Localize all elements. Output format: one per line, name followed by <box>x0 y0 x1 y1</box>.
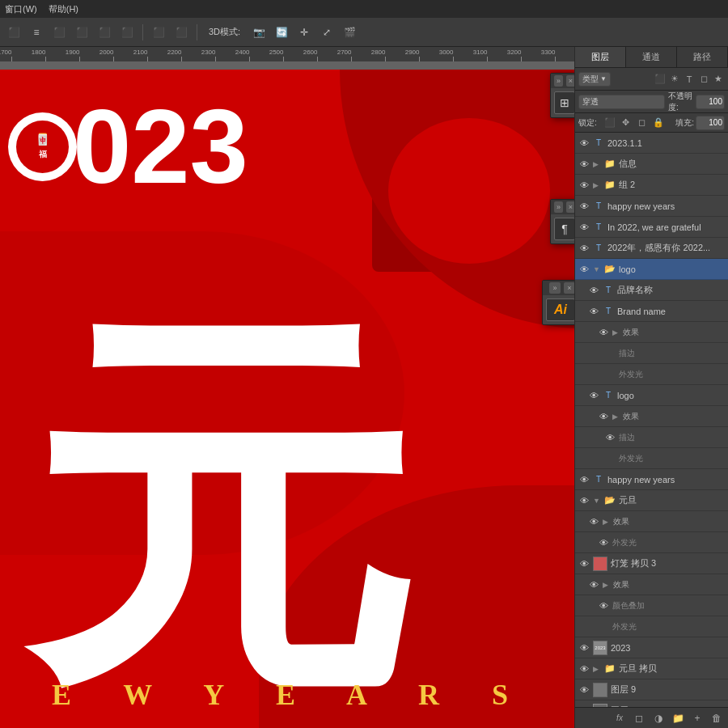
layer-item-lantern-glow[interactable]: 外发光 <box>575 616 728 637</box>
layer-item-2023-1-1[interactable]: 👁 T 2023.1.1 <box>575 133 728 154</box>
layer-item-brand-stroke[interactable]: 描边 <box>575 343 728 364</box>
align-bottom-icon[interactable]: ⬛ <box>118 23 136 41</box>
layer-item-brand-en[interactable]: 👁 T Brand name <box>575 301 728 322</box>
layer-visibility-yuandan-effects[interactable]: 👁 <box>588 516 599 527</box>
lock-artboard-icon[interactable]: ◻ <box>636 116 649 129</box>
layer-visibility-logo-text[interactable]: 👁 <box>588 390 599 401</box>
layer-item-yuandan-copy[interactable]: 👁 ▶ 📁 元旦 拷贝 <box>575 658 728 679</box>
float-panel-1-icon[interactable]: ⊞ <box>554 91 574 114</box>
dist-h-icon[interactable]: ⬛ <box>150 23 167 41</box>
filter-shape-icon[interactable]: ◻ <box>697 73 710 86</box>
tab-layers[interactable]: 图层 <box>575 47 626 67</box>
layer-visibility-group2[interactable]: 👁 <box>578 180 590 191</box>
layer-item-happy-new-years-2[interactable]: 👁 T happy new years <box>575 469 728 490</box>
layer-visibility-logo-effects[interactable]: 👁 <box>598 411 609 422</box>
layer-visibility-brand-effects[interactable]: 👁 <box>598 327 609 338</box>
filter-text-icon[interactable]: T <box>683 73 696 86</box>
layer-visibility-happy-1[interactable]: 👁 <box>578 201 590 212</box>
align-middle-v-icon[interactable]: ⬛ <box>95 23 113 41</box>
layer-visibility-logo-stroke[interactable]: 👁 <box>604 432 616 443</box>
layer-item-lantern-copy3[interactable]: 👁 灯笼 拷贝 3 <box>575 553 728 574</box>
layer-visibility-logo-group[interactable]: 👁 <box>578 264 590 275</box>
toolbar-3d-scale-icon[interactable]: ⤢ <box>318 23 336 41</box>
layer-visibility-yuandan-glow[interactable]: 👁 <box>598 537 609 548</box>
effects-arrow-yuandan[interactable]: ▶ <box>603 518 608 526</box>
new-layer-button[interactable]: + <box>689 710 705 726</box>
tab-paths[interactable]: 路径 <box>677 47 728 67</box>
layer-visibility-yuandan[interactable]: 👁 <box>578 495 590 506</box>
layer-item-brand-effects[interactable]: 👁 ▶ 效果 <box>575 322 728 343</box>
search-type-dropdown[interactable]: 类型 ▼ <box>578 72 611 87</box>
layer-visibility-in2022[interactable]: 👁 <box>578 222 590 233</box>
effects-arrow-lantern[interactable]: ▶ <box>603 581 608 589</box>
layer-item-lantern-color[interactable]: 👁 颜色叠加 <box>575 595 728 616</box>
filter-smart-icon[interactable]: ★ <box>712 73 725 86</box>
float-panel-2-close[interactable]: × <box>566 201 574 213</box>
toolbar-3d-rotate-icon[interactable]: 🔄 <box>273 23 290 41</box>
layer-item-logo-text[interactable]: 👁 T logo <box>575 385 728 406</box>
layer-item-yuandan[interactable]: 👁 ▼ 📂 元旦 <box>575 490 728 511</box>
lock-pixel-icon[interactable]: ⬛ <box>603 116 616 129</box>
layer-item-logo-effects[interactable]: 👁 ▶ 效果 <box>575 406 728 427</box>
layer-visibility-brand-cn[interactable]: 👁 <box>588 285 599 296</box>
blend-mode-dropdown[interactable]: 穿透 <box>578 95 665 109</box>
toolbar-video-icon[interactable]: 🎬 <box>341 23 358 41</box>
layer-item-logo-stroke[interactable]: 👁 描边 <box>575 427 728 448</box>
align-right-icon[interactable]: ⬛ <box>50 23 68 41</box>
align-top-icon[interactable]: ⬛ <box>73 23 91 41</box>
layer-visibility-lantern-color[interactable]: 👁 <box>598 600 609 612</box>
fill-input[interactable] <box>696 116 725 130</box>
float-panel-2-icon[interactable]: ¶ <box>554 218 574 240</box>
toolbar-camera-icon[interactable]: 📷 <box>250 23 268 41</box>
lock-position-icon[interactable]: ✥ <box>620 116 633 129</box>
float-panel-1-expand[interactable]: » <box>554 75 563 87</box>
layer-item-happy-new-years-1[interactable]: 👁 T happy new years <box>575 196 728 217</box>
layer-expand-logo[interactable]: ▼ <box>593 265 601 273</box>
effects-arrow-logo[interactable]: ▶ <box>612 413 618 421</box>
menu-window[interactable]: 窗口(W) <box>5 3 37 15</box>
lock-all-icon[interactable]: 🔒 <box>652 116 665 129</box>
float-panel-1-close[interactable]: × <box>566 75 574 87</box>
layer-expand-yuandan[interactable]: ▼ <box>593 497 601 505</box>
float-panel-2-expand[interactable]: » <box>554 201 563 213</box>
layer-visibility-2023-1-1[interactable]: 👁 <box>578 138 590 149</box>
layer-item-2023b[interactable]: 👁 2023 2023 <box>575 637 728 658</box>
layer-item-yuandan-glow[interactable]: 👁 外发光 <box>575 532 728 553</box>
layer-expand-yuandan-copy[interactable]: ▶ <box>593 665 601 673</box>
align-center-h-icon[interactable]: ≡ <box>28 23 45 41</box>
layer-visibility-lantern-effects[interactable]: 👁 <box>588 579 599 590</box>
layer-item-in-2022[interactable]: 👁 T In 2022, we are grateful <box>575 217 728 238</box>
layer-expand-group2[interactable]: ▶ <box>593 181 601 189</box>
fx-button[interactable]: fx <box>612 710 628 726</box>
align-left-icon[interactable]: ⬛ <box>5 23 23 41</box>
layer-item-yuandan-effects[interactable]: 👁 ▶ 效果 <box>575 511 728 532</box>
layer-item-group2[interactable]: 👁 ▶ 📁 组 2 <box>575 175 728 196</box>
add-mask-button[interactable]: ◻ <box>631 710 647 726</box>
layer-item-logo-glow[interactable]: 外发光 <box>575 448 728 469</box>
layer-item-layer8[interactable]: 👁 图层 8 <box>575 700 728 707</box>
new-group-button[interactable]: 📁 <box>670 710 686 726</box>
layer-visibility-brand-en[interactable]: 👁 <box>588 306 599 317</box>
layer-expand-info[interactable]: ▶ <box>593 160 601 168</box>
dist-v-icon[interactable]: ⬛ <box>172 23 190 41</box>
layer-item-2022-cn[interactable]: 👁 T 2022年，感恩有你 2022... <box>575 238 728 259</box>
layer-item-brand-glow[interactable]: 外发光 <box>575 364 728 385</box>
new-adjustment-button[interactable]: ◑ <box>650 710 667 726</box>
layer-item-layer9[interactable]: 👁 图层 9 <box>575 679 728 700</box>
tab-channels[interactable]: 通道 <box>626 47 677 67</box>
float-panel-3-icon[interactable]: Ai <box>546 298 574 321</box>
layer-visibility-happy-2[interactable]: 👁 <box>578 474 590 485</box>
delete-layer-button[interactable]: 🗑 <box>709 710 725 726</box>
layer-item-brand-cn[interactable]: 👁 T 品牌名称 <box>575 280 728 301</box>
layer-item-logo-group[interactable]: 👁 ▼ 📂 logo <box>575 259 728 280</box>
layer-visibility-2023b[interactable]: 👁 <box>578 642 590 654</box>
layer-visibility-layer9[interactable]: 👁 <box>578 684 590 696</box>
layer-item-lantern-effects[interactable]: 👁 ▶ 效果 <box>575 574 728 595</box>
float-panel-3-expand[interactable]: » <box>549 282 561 294</box>
layer-item-info[interactable]: 👁 ▶ 📁 信息 <box>575 154 728 175</box>
layer-visibility-lantern3[interactable]: 👁 <box>578 558 590 569</box>
layer-visibility-info[interactable]: 👁 <box>578 159 590 170</box>
filter-adj-icon[interactable]: ☀ <box>668 73 681 86</box>
layer-visibility-2022cn[interactable]: 👁 <box>578 243 590 254</box>
filter-pixel-icon[interactable]: ⬛ <box>654 73 667 86</box>
